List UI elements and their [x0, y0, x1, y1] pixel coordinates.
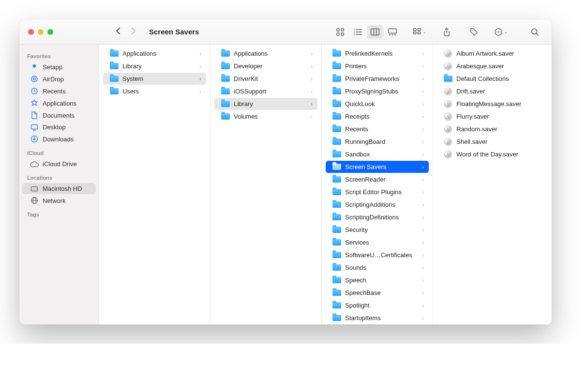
folder-row[interactable]: DriverKit›: [214, 73, 317, 85]
disk-icon: [30, 186, 39, 192]
folder-row[interactable]: Sandbox›: [326, 148, 429, 160]
folder-row[interactable]: Sounds›: [326, 262, 429, 274]
folder-row[interactable]: RunningBoard›: [326, 136, 429, 148]
view-gallery-button[interactable]: [384, 25, 401, 39]
back-button[interactable]: [115, 27, 121, 36]
item-name: ScreenReader: [345, 176, 418, 183]
folder-row[interactable]: QuickLook›: [326, 98, 429, 110]
chevron-right-icon: ›: [311, 101, 313, 108]
file-row[interactable]: Flurry.saver: [437, 110, 548, 123]
group-by-button[interactable]: ⌄: [411, 25, 428, 39]
chevron-right-icon: ›: [422, 151, 424, 158]
folder-row[interactable]: Users›: [103, 85, 206, 97]
view-icons-button[interactable]: [332, 25, 348, 39]
folder-row[interactable]: Receipts›: [326, 110, 429, 123]
sidebar-item[interactable]: Recents: [22, 85, 96, 97]
file-row[interactable]: Word of the Day.saver: [437, 148, 548, 160]
folder-row[interactable]: Developer›: [214, 60, 317, 72]
folder-row[interactable]: PrivateFrameworks›: [326, 73, 429, 85]
item-name: StartupItems: [345, 314, 418, 322]
folder-row[interactable]: Services›: [326, 236, 429, 248]
sidebar-item[interactable]: AirDrop: [22, 73, 96, 85]
columns-area: Applications›Library›System›Users›Applic…: [99, 45, 552, 324]
chevron-right-icon: ›: [199, 88, 201, 95]
folder-row[interactable]: Default Collections: [437, 73, 548, 85]
share-button[interactable]: [438, 25, 455, 39]
forward-button[interactable]: [131, 27, 136, 36]
zoom-window-button[interactable]: [47, 29, 53, 35]
view-columns-button[interactable]: [367, 25, 383, 39]
file-row[interactable]: Random.saver: [437, 123, 548, 135]
column: PrelinkedKernels›Printers›PrivateFramewo…: [322, 45, 433, 324]
folder-icon: [332, 113, 341, 121]
file-row[interactable]: FloatingMessage.saver: [437, 98, 548, 110]
folder-row[interactable]: Screen Savers›: [326, 161, 429, 173]
file-row[interactable]: Shell.saver: [437, 136, 548, 148]
folder-row[interactable]: System›: [103, 73, 206, 85]
folder-row[interactable]: Applications›: [214, 47, 317, 60]
item-name: Arabesque.saver: [456, 62, 543, 70]
sidebar-section-header: iCloud: [19, 145, 99, 158]
chevron-right-icon: ›: [422, 239, 424, 246]
chevron-right-icon: ›: [422, 50, 424, 57]
sidebar-item[interactable]: Setapp: [22, 62, 96, 73]
minimize-window-button[interactable]: [38, 29, 44, 35]
folder-icon: [332, 239, 341, 247]
sidebar: FavoritesSetappAirDropRecentsApplication…: [19, 45, 99, 324]
folder-row[interactable]: ScreenReader›: [326, 173, 429, 185]
search-button[interactable]: [527, 25, 543, 39]
file-row[interactable]: Album Artwork.saver: [437, 47, 548, 60]
sidebar-item[interactable]: Downloads: [22, 133, 96, 145]
item-name: DriverKit: [234, 75, 307, 82]
svg-rect-14: [389, 34, 391, 35]
sidebar-item[interactable]: Macintosh HD: [22, 183, 96, 194]
svg-rect-20: [418, 32, 421, 34]
folder-icon: [332, 277, 341, 284]
view-list-button[interactable]: [349, 25, 366, 39]
tags-button[interactable]: [466, 25, 482, 39]
clock-icon: [30, 87, 39, 95]
sidebar-item[interactable]: Desktop: [22, 122, 96, 133]
file-row[interactable]: Drift.saver: [437, 85, 548, 97]
folder-row[interactable]: Security›: [326, 224, 429, 236]
folder-row[interactable]: Applications›: [103, 47, 206, 60]
action-menu-button[interactable]: ⌄: [493, 25, 509, 39]
folder-icon: [110, 50, 119, 58]
folder-row[interactable]: Spotlight›: [326, 299, 429, 311]
sidebar-item[interactable]: Applications: [22, 97, 96, 109]
sidebar-item[interactable]: Documents: [22, 109, 96, 121]
folder-row[interactable]: Speech›: [326, 274, 429, 286]
chevron-down-icon: ⌄: [504, 29, 508, 34]
folder-row[interactable]: ScriptingAdditions›: [326, 199, 429, 211]
folder-icon: [332, 75, 341, 83]
column: Applications›Library›System›Users›: [99, 45, 211, 324]
folder-icon: [332, 214, 341, 221]
chevron-right-icon: ›: [311, 63, 313, 70]
file-row[interactable]: Arabesque.saver: [437, 60, 548, 72]
svg-rect-10: [371, 29, 379, 35]
folder-row[interactable]: StartupItems›: [326, 312, 429, 324]
folder-row[interactable]: ScriptingDefinitions›: [326, 211, 429, 223]
folder-row[interactable]: ProxySigningStubs›: [326, 85, 429, 97]
folder-icon: [110, 75, 119, 83]
item-name: Library: [234, 100, 307, 108]
chevron-right-icon: ›: [422, 113, 424, 120]
folder-icon: [221, 62, 230, 70]
folder-icon: [110, 62, 119, 70]
folder-row[interactable]: iOSSupport›: [214, 85, 317, 97]
folder-row[interactable]: Recents›: [326, 123, 429, 135]
folder-row[interactable]: Printers›: [326, 60, 429, 72]
folder-row[interactable]: Script Editor Plugins›: [326, 186, 429, 198]
sidebar-item[interactable]: iCloud Drive: [22, 158, 96, 170]
saver-file-icon: [444, 138, 452, 146]
folder-row[interactable]: SoftwareU…Certificates›: [326, 249, 429, 261]
folder-row[interactable]: PrelinkedKernels›: [326, 47, 429, 60]
close-window-button[interactable]: [28, 29, 34, 35]
item-name: PrelinkedKernels: [345, 50, 418, 57]
folder-icon: [221, 100, 230, 108]
folder-row[interactable]: Volumes›: [214, 110, 317, 123]
sidebar-item[interactable]: Network: [22, 195, 96, 206]
folder-row[interactable]: Library›: [214, 98, 317, 110]
folder-row[interactable]: Library›: [103, 60, 206, 72]
folder-row[interactable]: SpeechBase›: [326, 287, 429, 299]
